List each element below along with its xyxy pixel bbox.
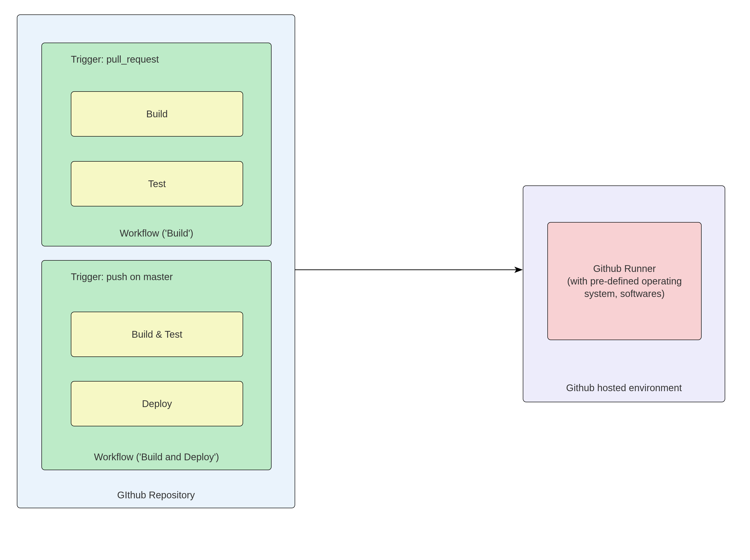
repository-label: GIthub Repository [17,490,295,500]
workflow-build-deploy-container: Trigger: push on master Build & Test Dep… [41,260,272,470]
workflow-step-build: Build [71,91,243,137]
workflow-step-build-test: Build & Test [71,312,243,357]
github-hosted-environment-container: Github Runner (with pre-defined operatin… [523,185,725,402]
workflow-build-container: Trigger: pull_request Build Test Workflo… [41,43,272,246]
workflow-trigger-label: Trigger: pull_request [71,54,159,65]
workflow-step-deploy: Deploy [71,381,243,426]
workflow-trigger-label: Trigger: push on master [71,272,173,282]
github-runner-label: Github Runner (with pre-defined operatin… [557,262,691,300]
workflow-step-test: Test [71,161,243,206]
workflow-name-label: Workflow ('Build and Deploy') [42,452,271,462]
workflow-name-label: Workflow ('Build') [42,228,271,239]
github-repository-container: Trigger: pull_request Build Test Workflo… [17,15,295,508]
arrow-icon [295,264,523,276]
github-runner-box: Github Runner (with pre-defined operatin… [547,222,702,340]
environment-label: Github hosted environment [523,382,725,393]
